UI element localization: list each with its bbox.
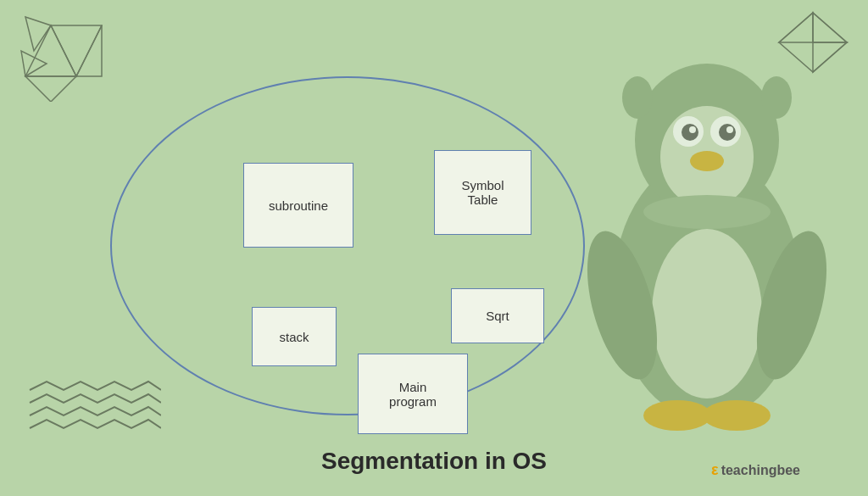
symbol-table-box: SymbolTable [434,150,531,235]
sqrt-box: Sqrt [451,288,544,343]
svg-point-27 [643,195,771,229]
svg-point-21 [622,76,653,119]
svg-point-19 [726,126,733,133]
teachingbee-logo: ε teachingbee [711,461,800,479]
svg-marker-0 [25,25,76,76]
stack-label: stack [279,330,309,344]
svg-marker-3 [76,25,102,76]
sqrt-label: Sqrt [486,309,509,323]
bee-icon: ε [711,461,719,479]
teachingbee-name: teachingbee [721,463,800,478]
svg-point-18 [689,126,696,133]
symbol-table-label: SymbolTable [461,178,504,207]
tux-penguin [580,17,834,458]
title-text: Segmentation in OS [321,448,547,474]
stack-box: stack [252,307,337,366]
geometric-decoration-top-left [17,8,119,102]
page-title: Segmentation in OS [321,448,547,475]
subroutine-label: subroutine [269,198,328,213]
svg-point-11 [652,229,762,398]
main-program-label: Mainprogram [389,380,437,409]
svg-point-22 [761,76,792,119]
svg-marker-5 [21,51,47,76]
svg-point-16 [682,124,698,141]
segmentation-ellipse: subroutine SymbolTable stack Sqrt Mainpr… [110,76,585,415]
subroutine-box: subroutine [243,163,353,248]
svg-point-20 [690,151,724,171]
svg-point-26 [703,400,771,431]
svg-point-17 [719,124,736,141]
svg-marker-2 [25,76,76,102]
zigzag-decoration [25,377,161,445]
svg-point-25 [643,400,711,431]
main-program-box: Mainprogram [358,354,468,434]
svg-marker-1 [51,25,102,76]
